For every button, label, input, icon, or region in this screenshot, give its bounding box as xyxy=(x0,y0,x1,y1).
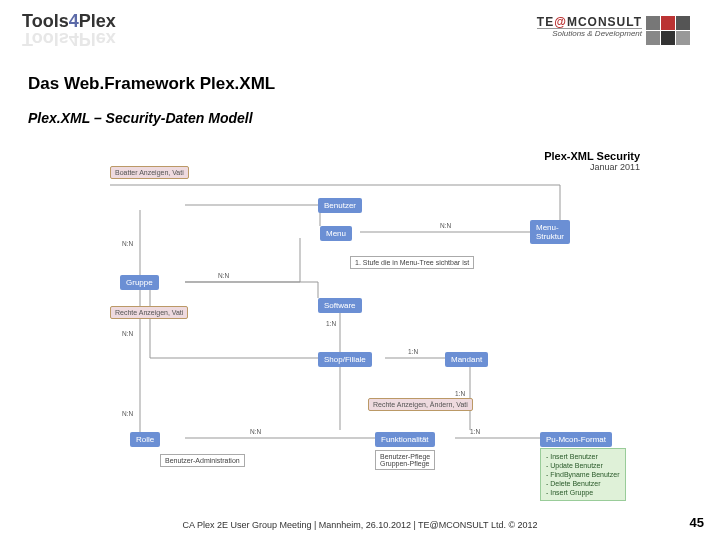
entity-funktionalitaet: Funktionalität xyxy=(375,432,435,447)
cardinality-label: 1:N xyxy=(455,390,465,397)
entity-rolle: Rolle xyxy=(130,432,160,447)
footer-text: CA Plex 2E User Group Meeting | Mannheim… xyxy=(0,520,720,530)
entity-mandant: Mandant xyxy=(445,352,488,367)
cardinality-label: 1:N xyxy=(408,348,418,355)
entity-gruppe: Gruppe xyxy=(120,275,159,290)
entity-shop-filiale: Shop/Filiale xyxy=(318,352,372,367)
entity-benutzer: Benutzer xyxy=(318,198,362,213)
logo-thumbnails xyxy=(646,16,690,45)
cardinality-label: N:N xyxy=(122,410,133,417)
logo-tools4plex: Tools4Plex Tools4Plex xyxy=(22,11,116,49)
entity-menu: Menu xyxy=(320,226,352,241)
page-number: 45 xyxy=(690,515,704,530)
callout-box: Rechte Anzeigen, Vati xyxy=(110,306,188,319)
operations-list: - Insert Benutzer- Update Benutzer- Find… xyxy=(540,448,626,501)
cardinality-label: N:N xyxy=(122,240,133,247)
cardinality-label: N:N xyxy=(122,330,133,337)
entity-menu-struktur: Menu- Struktur xyxy=(530,220,570,244)
callout-box: Boatter Anzeigen, Vati xyxy=(110,166,189,179)
note-stufe: 1. Stufe die in Menu-Tree sichtbar ist xyxy=(350,256,474,269)
page-subtitle: Plex.XML – Security-Daten Modell xyxy=(28,110,720,126)
entity-pu-mcon-format: Pu-Mcon-Format xyxy=(540,432,612,447)
header: Tools4Plex Tools4Plex TE@MCONSULT Soluti… xyxy=(0,0,720,54)
callout-box: Rechte Anzeigen, Ändern, Vati xyxy=(368,398,473,411)
security-data-model-diagram: Plex-XML Security Januar 2011 xyxy=(0,150,720,490)
cardinality-label: N:N xyxy=(218,272,229,279)
cardinality-label: N:N xyxy=(440,222,451,229)
page-title: Das Web.Framework Plex.XML xyxy=(28,74,720,94)
note-benutzer-admin: Benutzer-Administration xyxy=(160,454,245,467)
cardinality-label: N:N xyxy=(250,428,261,435)
cardinality-label: 1:N xyxy=(470,428,480,435)
logo-teamconsult: TE@MCONSULT Solutions & Development xyxy=(537,16,690,45)
note-benutzer-gruppen-pflege: Benutzer-Pflege Gruppen-Pflege xyxy=(375,450,435,470)
entity-software: Software xyxy=(318,298,362,313)
cardinality-label: 1:N xyxy=(326,320,336,327)
